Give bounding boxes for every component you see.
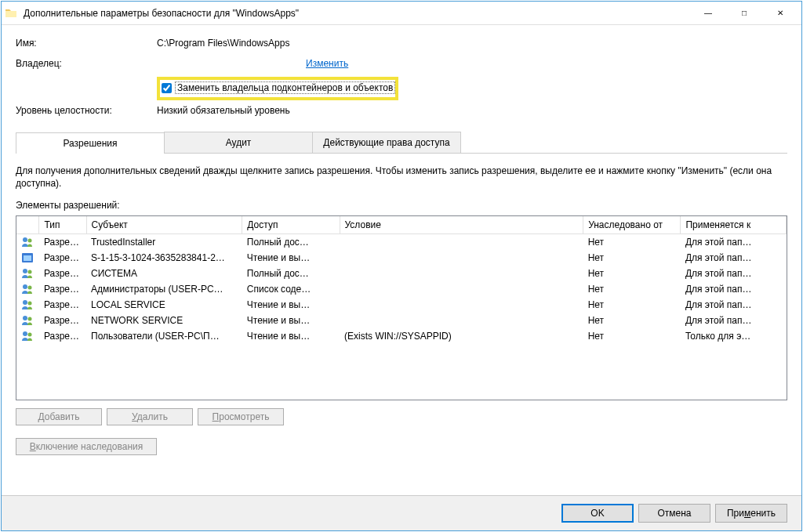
table-row[interactable]: Разре…NETWORK SERVICEЧтение и вы…НетДля … (16, 313, 787, 328)
col-header-subject[interactable]: Субъект (86, 216, 242, 234)
folder-icon (5, 7, 17, 20)
svg-point-13 (28, 333, 32, 337)
svg-point-8 (23, 300, 27, 305)
dialog-buttons: OK Отмена Применить (2, 495, 801, 530)
cell-access: Чтение и вы… (247, 331, 335, 342)
table-row[interactable]: Разре…S-1-15-3-1024-3635283841-2…Чтение … (16, 250, 787, 266)
tab-audit[interactable]: Аудит (164, 132, 313, 153)
cell-subject: NETWORK SERVICE (91, 315, 238, 326)
svg-point-1 (28, 239, 32, 243)
cell-inherited: Нет (588, 315, 676, 326)
svg-point-12 (23, 331, 27, 336)
svg-point-9 (28, 302, 32, 306)
svg-point-10 (23, 316, 27, 320)
svg-point-4 (23, 269, 27, 273)
cell-type: Разре… (44, 252, 82, 263)
content-area: Имя: C:\Program Files\WindowsApps Владел… (2, 25, 801, 463)
col-header-condition[interactable]: Условие (340, 216, 583, 234)
cell-access: Список соде… (247, 284, 335, 295)
remove-button[interactable]: Удалить (107, 408, 193, 425)
cell-applies: Только для э… (685, 331, 782, 342)
help-text: Для получения дополнительных сведений дв… (16, 165, 787, 191)
table-row[interactable]: Разре…LOCAL SERVICEЧтение и вы…НетДля эт… (16, 297, 787, 313)
cell-type: Разре… (44, 315, 82, 326)
replace-owner-label[interactable]: Заменить владельца подконтейнеров и объе… (175, 81, 395, 94)
table-row[interactable]: Разре…TrustedInstallerПолный дос…НетДля … (16, 234, 787, 251)
ok-button[interactable]: OK (561, 504, 634, 523)
col-header-icon[interactable] (16, 216, 39, 234)
permission-table[interactable]: Тип Субъект Доступ Условие Унаследовано … (16, 215, 787, 400)
svg-point-5 (28, 270, 32, 274)
col-header-access[interactable]: Доступ (242, 216, 340, 234)
svg-point-11 (28, 317, 32, 321)
view-button[interactable]: Просмотреть (198, 408, 284, 425)
minimize-button[interactable]: — (690, 2, 726, 24)
users-icon (21, 330, 34, 342)
cell-inherited: Нет (588, 252, 676, 263)
tab-effective[interactable]: Действующие права доступа (312, 132, 461, 153)
cell-applies: Для этой пап… (685, 268, 782, 279)
change-owner-link[interactable]: Изменить (306, 58, 348, 69)
highlight-box: Заменить владельца подконтейнеров и объе… (157, 77, 398, 100)
cell-inherited: Нет (588, 284, 676, 295)
cell-inherited: Нет (588, 331, 676, 342)
users-icon (21, 299, 34, 311)
integrity-label: Уровень целостности: (16, 105, 157, 116)
maximize-button[interactable]: □ (726, 2, 762, 24)
titlebar: Дополнительные параметры безопасности дл… (2, 2, 801, 25)
security-dialog: Дополнительные параметры безопасности дл… (1, 1, 802, 531)
cell-applies: Для этой пап… (685, 284, 782, 295)
table-row[interactable]: Разре…Пользователи (USER-PC\П…Чтение и в… (16, 328, 787, 344)
app-icon (21, 252, 34, 264)
table-header-row: Тип Субъект Доступ Условие Унаследовано … (16, 216, 787, 234)
col-header-type[interactable]: Тип (39, 216, 86, 234)
cell-type: Разре… (44, 331, 82, 342)
cell-inherited: Нет (588, 268, 676, 279)
cell-access: Чтение и вы… (247, 252, 335, 263)
svg-rect-3 (24, 255, 31, 261)
cell-applies: Для этой пап… (685, 299, 782, 310)
svg-point-6 (23, 284, 27, 289)
cell-applies: Для этой пап… (685, 237, 782, 248)
apply-button[interactable]: Применить (715, 504, 787, 523)
permission-buttons: Добавить Удалить Просмотреть (16, 408, 787, 425)
cell-access: Полный дос… (247, 268, 335, 279)
owner-label: Владелец: (16, 58, 157, 69)
cell-subject: СИСТЕМА (91, 268, 238, 279)
cell-subject: TrustedInstaller (91, 237, 238, 248)
cell-subject: S-1-15-3-1024-3635283841-2… (91, 252, 238, 263)
cell-subject: LOCAL SERVICE (91, 299, 238, 310)
close-button[interactable]: ✕ (762, 2, 798, 24)
permission-entries-label: Элементы разрешений: (16, 200, 787, 211)
window-title: Дополнительные параметры безопасности дл… (24, 8, 690, 19)
cell-type: Разре… (44, 237, 82, 248)
svg-point-7 (28, 286, 32, 290)
users-icon (21, 283, 34, 295)
col-header-inherited[interactable]: Унаследовано от (583, 216, 681, 234)
cell-subject: Администраторы (USER-PC… (91, 284, 238, 295)
cell-access: Чтение и вы… (247, 315, 335, 326)
cell-applies: Для этой пап… (685, 315, 782, 326)
enable-inheritance-button[interactable]: Включение наследования (16, 438, 157, 455)
cell-access: Полный дос… (247, 237, 335, 248)
table-row[interactable]: Разре…Администраторы (USER-PC…Список сод… (16, 281, 787, 297)
replace-owner-checkbox[interactable] (162, 83, 172, 93)
users-icon (21, 267, 34, 280)
cell-inherited: Нет (588, 237, 676, 248)
table-row[interactable]: Разре…СИСТЕМАПолный дос…НетДля этой пап… (16, 266, 787, 281)
integrity-value: Низкий обязательный уровень (157, 105, 787, 116)
cell-subject: Пользователи (USER-PC\П… (91, 331, 238, 342)
tab-permissions[interactable]: Разрешения (16, 132, 165, 154)
svg-point-0 (23, 237, 27, 242)
name-label: Имя: (16, 38, 157, 49)
cancel-button[interactable]: Отмена (638, 504, 710, 523)
users-icon (21, 314, 34, 327)
col-header-applies[interactable]: Применяется к (681, 216, 787, 234)
cell-type: Разре… (44, 284, 82, 295)
cell-type: Разре… (44, 299, 82, 310)
window-controls: — □ ✕ (690, 2, 798, 24)
add-button[interactable]: Добавить (16, 408, 102, 425)
cell-applies: Для этой пап… (685, 252, 782, 263)
cell-condition: (Exists WIN://SYSAPPID) (344, 331, 579, 342)
cell-access: Чтение и вы… (247, 299, 335, 310)
